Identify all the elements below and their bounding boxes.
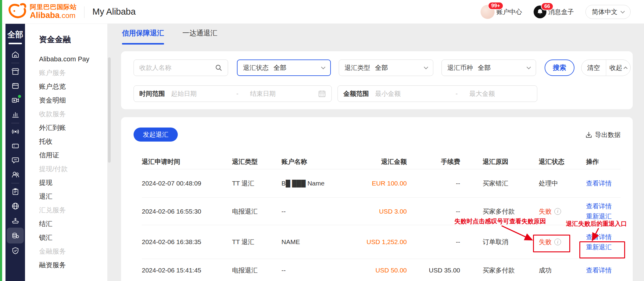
retry-refund-link[interactable]: 重新退汇	[586, 243, 612, 251]
refund-status-select[interactable]: 退汇状态 全部	[237, 59, 331, 76]
alibaba-logo[interactable]: 阿里巴巴国际站 Alibaba.com	[7, 2, 77, 20]
cell-fee: --	[407, 208, 460, 215]
cell-time: 2024-02-06 16:38:35	[142, 238, 232, 246]
date-range-field[interactable]: 时间范围 起始日期 - 结束日期	[134, 85, 332, 102]
refund-type-select[interactable]: 退汇类型 全部	[339, 59, 433, 76]
bell-icon[interactable]: 66	[534, 5, 546, 18]
clear-button[interactable]: 清空	[581, 60, 606, 76]
refund-currency-select[interactable]: 退汇币种 全部	[442, 59, 536, 76]
shield-check-icon[interactable]	[7, 243, 24, 258]
sidebar-section-withdraw-pay: 提现/付款	[39, 162, 107, 176]
tab-trade-assurance-refund[interactable]: 信用保障退汇	[122, 28, 164, 45]
message-box-button[interactable]: 66 消息盒子	[534, 5, 574, 18]
sidebar-item-alibaba-pay[interactable]: Alibaba.com Pay	[39, 52, 107, 66]
table-header-row: 退汇申请时间 退汇类型 账户名称 退汇金额 手续费 退汇原因 退汇状态 操作	[142, 154, 621, 169]
header-divider	[84, 6, 84, 18]
collapse-label: 收起	[610, 63, 622, 72]
table-row: 2024-02-06 16:38:35 TT 退汇 NAME USD 1,252…	[142, 225, 621, 259]
view-details-link[interactable]: 查看详情	[586, 233, 612, 241]
orders-box-icon[interactable]	[7, 79, 24, 93]
sidebar-item-letter-of-credit[interactable]: 信用证	[39, 148, 107, 162]
amount-separator: -	[456, 90, 458, 97]
header-right: 99+ 账户中心 66 消息盒子 简体中文	[481, 0, 631, 24]
tab-yidatong-refund[interactable]: 一达通退汇	[182, 28, 217, 45]
cell-status: 处理中	[539, 179, 586, 188]
col-header-status: 退汇状态	[539, 157, 586, 166]
chevron-down-icon	[321, 65, 325, 69]
col-header-fee: 手续费	[407, 157, 460, 166]
cell-type: 电报退汇	[232, 266, 281, 275]
cell-reason: 买家错汇	[460, 179, 539, 188]
finance-coins-icon[interactable]	[7, 228, 24, 243]
filter-card: 收款人名称 退汇状态 全部 退汇类型 全部 退汇币种 全部 搜索 清空 收起 时…	[121, 51, 633, 109]
globe-icon[interactable]	[7, 199, 24, 213]
refund-table: 退汇申请时间 退汇类型 账户名称 退汇金额 手续费 退汇原因 退汇状态 操作 2…	[142, 154, 621, 281]
home-icon[interactable]	[7, 47, 24, 62]
status-text: 成功	[539, 266, 552, 275]
amount-range-field[interactable]: 金额范围 最小金额 - 最大金额	[338, 85, 537, 102]
cell-time: 2024-02-07 00:48:09	[142, 180, 232, 187]
broadcast-icon[interactable]	[7, 124, 24, 139]
status-text: 失败	[539, 207, 552, 216]
sidebar-item-lock-exchange[interactable]: 锁汇	[39, 231, 107, 244]
ticket-icon[interactable]	[7, 139, 24, 153]
cell-account: B█ ███ Name	[281, 180, 355, 187]
cell-account: NAME	[281, 238, 355, 246]
sidebar-section-exchange-services: 汇兑服务	[39, 203, 107, 217]
initiate-refund-button[interactable]: 发起退汇	[134, 128, 178, 142]
cell-amount: EUR 100.00	[355, 180, 407, 187]
chevron-down-icon	[424, 65, 428, 69]
ship-icon[interactable]	[7, 213, 24, 228]
clear-label: 清空	[587, 63, 600, 72]
sidebar-item-withdraw[interactable]: 提现	[39, 176, 107, 189]
analytics-chart-icon[interactable]	[7, 107, 24, 122]
retry-refund-link[interactable]: 重新退汇	[586, 212, 612, 221]
cell-amount: USD 3.00	[355, 208, 407, 215]
users-icon[interactable]	[7, 168, 24, 182]
avatar[interactable]: 99+	[481, 5, 495, 19]
cell-reason: 订单取消	[460, 238, 539, 246]
logo-en-bold: Alibaba	[30, 11, 60, 20]
account-badge: 99+	[488, 2, 503, 10]
payee-name-input[interactable]: 收款人名称	[134, 59, 228, 76]
table-row: 2024-02-06 16:55:30 电报退汇 -- USD 3.00 -- …	[142, 198, 621, 225]
cell-account: --	[281, 267, 355, 274]
sidebar-item-settle-exchange[interactable]: 结汇	[39, 217, 107, 231]
cell-status: 成功	[539, 266, 586, 275]
rail-underline	[9, 43, 22, 44]
download-icon	[585, 131, 592, 139]
col-header-actions: 操作	[586, 157, 621, 166]
sidebar-item-forex-arrival[interactable]: 外汇到账	[39, 121, 107, 135]
sidebar-item-fund-details[interactable]: 资金明细	[39, 93, 107, 107]
cell-account: --	[281, 208, 355, 215]
chat-icon[interactable]	[7, 153, 24, 168]
icon-rail: 全部	[5, 24, 25, 281]
col-header-time: 退汇申请时间	[142, 157, 232, 166]
view-details-link[interactable]: 查看详情	[586, 202, 612, 211]
annotation-retry-entry: 退汇失败后的重退入口	[566, 220, 627, 228]
collapse-button[interactable]: 收起	[606, 60, 631, 76]
scrollbar-thumb[interactable]	[108, 57, 111, 163]
info-icon[interactable]: i	[554, 208, 561, 215]
storefront-icon[interactable]	[7, 64, 24, 79]
sidebar-item-collection[interactable]: 托收	[39, 135, 107, 148]
account-center-button[interactable]: 99+ 账户中心	[481, 5, 522, 19]
sidebar-item-account-overview[interactable]: 账户总览	[39, 80, 107, 93]
language-selector[interactable]: 简体中文	[585, 5, 631, 19]
video-icon[interactable]	[7, 93, 24, 107]
sidebar-heading: 资金金融	[39, 34, 107, 45]
cell-amount: USD 50.00	[355, 267, 407, 274]
cell-time: 2024-02-06 16:55:30	[142, 208, 232, 215]
language-label: 简体中文	[592, 8, 617, 16]
clipboard-icon[interactable]	[7, 185, 24, 199]
view-details-link[interactable]: 查看详情	[586, 179, 612, 188]
search-button[interactable]: 搜索	[545, 59, 574, 76]
rail-all-label[interactable]: 全部	[7, 29, 23, 40]
end-date-placeholder: 结束日期	[250, 89, 276, 98]
info-icon[interactable]: i	[554, 239, 561, 245]
export-data-button[interactable]: 导出数据	[585, 131, 621, 139]
view-details-link[interactable]: 查看详情	[586, 266, 612, 275]
sidebar-item-refund-remittance[interactable]: 退汇	[39, 189, 107, 203]
cell-fee: --	[407, 238, 460, 246]
sidebar-item-financing[interactable]: 融资服务	[39, 258, 107, 272]
